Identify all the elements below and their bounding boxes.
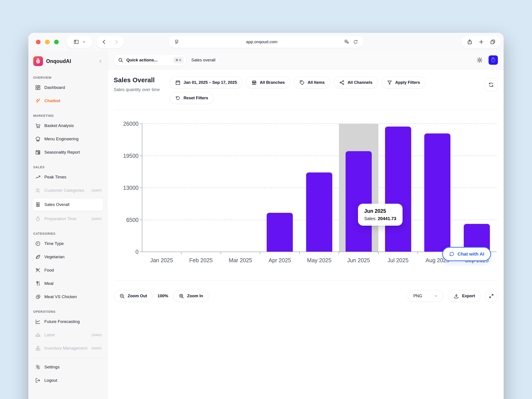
sidebar-item-logout[interactable]: Logout — [32, 374, 104, 387]
hard-hat-icon — [35, 332, 41, 338]
sidebar-item-peak-times[interactable]: Peak Times — [32, 171, 104, 184]
download-icon — [454, 293, 459, 299]
cart-icon — [35, 123, 41, 129]
browser-toolbar-actions — [462, 35, 501, 48]
window-minimize-button[interactable] — [45, 40, 50, 44]
bar-jul-2025[interactable] — [385, 127, 411, 252]
reset-filters-button[interactable]: Reset Filters — [170, 92, 214, 104]
x-tick — [181, 252, 182, 254]
browser-chrome: app.onqoud.com — [28, 33, 504, 51]
export-format-select[interactable]: PNG — [408, 290, 443, 302]
chart-tooltip: Jun 2025 Sales: 20441.73 — [358, 204, 403, 226]
date-range-label: Jan 01, 2025 – Sep 17, 2025 — [184, 80, 237, 85]
zoom-in-icon — [179, 293, 184, 299]
chart-toolbar: Zoom Out 100% Zoom In PNG — [114, 281, 497, 302]
x-tick — [260, 252, 260, 254]
sidebar-item-label: Meal — [44, 281, 101, 286]
logout-icon — [35, 378, 41, 383]
apply-filters-label: Apply Filters — [395, 80, 420, 85]
date-range-button[interactable]: Jan 01, 2025 – Sep 17, 2025 — [170, 76, 242, 89]
sidebar-item-future-forecasting[interactable]: Future Forecasting — [32, 315, 104, 328]
refresh-button[interactable] — [485, 78, 497, 91]
sidebar-item-settings[interactable]: Settings — [32, 361, 104, 374]
bar-aug-2025[interactable] — [424, 133, 450, 252]
export-label: Export — [462, 293, 475, 298]
window-close-button[interactable] — [36, 40, 41, 44]
browser-window: app.onqoud.com — [28, 33, 504, 399]
sidebar-item-menu-engineering[interactable]: Menu Engineering — [32, 133, 104, 146]
soon-badge: (soon) — [90, 332, 101, 338]
section-label-operations: OPERATIONS — [33, 310, 104, 313]
y-label-0: 0 — [116, 249, 139, 255]
avatar[interactable] — [488, 55, 498, 65]
soon-badge: (soon) — [90, 188, 101, 193]
tab-overview-icon[interactable] — [490, 39, 496, 45]
sidebar-item-time-type[interactable]: Time Type — [32, 237, 104, 250]
y-label-26000: 26000 — [116, 120, 139, 127]
gear-icon — [35, 364, 41, 370]
sidebar-item-food[interactable]: Food — [32, 264, 104, 277]
sidebar-item-label: Basket Analysis — [44, 123, 101, 129]
tooltip-label: Sales: — [364, 216, 377, 221]
address-bar-actions — [344, 39, 358, 44]
sidebar: OnqoudAI OVERVIEWDashboardChatbotMARKETI… — [28, 51, 108, 399]
zoom-in-button[interactable]: Zoom In — [173, 290, 209, 302]
sidebar-item-customer-categories: Customer Categories(soon) — [32, 184, 104, 197]
zoom-out-button[interactable]: Zoom Out — [114, 290, 152, 302]
back-icon[interactable] — [101, 39, 107, 45]
breadcrumb: Sales overall — [191, 58, 215, 63]
export-format-value: PNG — [413, 293, 422, 298]
apply-filters-button[interactable]: Apply Filters — [381, 76, 426, 89]
chat-with-ai-button[interactable]: Chat with AI — [442, 247, 491, 261]
sidebar-item-meal[interactable]: Meal — [32, 277, 104, 290]
clock-icon — [35, 241, 41, 247]
theme-toggle-button[interactable] — [477, 57, 483, 63]
desktop-background: app.onqoud.com — [0, 0, 532, 399]
sidebar-item-sales-overall[interactable]: Sales Overall — [32, 198, 104, 211]
sidebar-item-vegetarian[interactable]: Vegetarian — [32, 250, 104, 263]
browser-sidebar-toggle[interactable] — [66, 35, 93, 48]
channels-filter-button[interactable]: All Channels — [334, 76, 378, 89]
page-header: Sales Overall Sales quantity over time J… — [114, 76, 497, 104]
sidebar-item-basket-analysis[interactable]: Basket Analysis — [32, 119, 104, 132]
calendar-icon — [175, 80, 181, 85]
reader-icon[interactable] — [174, 39, 180, 45]
items-label: All Items — [308, 80, 325, 85]
chevron-down-icon[interactable] — [82, 40, 86, 44]
translate-icon[interactable] — [344, 39, 349, 44]
sidebar-item-label: Seasonality Report — [44, 149, 101, 155]
share-icon[interactable] — [467, 39, 473, 45]
x-tick — [221, 252, 221, 254]
sidebar-item-label: Future Forecasting — [44, 319, 101, 324]
sidebar-toggle-icon[interactable] — [73, 39, 79, 45]
sidebar-collapse-icon[interactable] — [98, 59, 103, 63]
y-tick-19500 — [140, 156, 142, 156]
url-text: app.onqoud.com — [180, 39, 344, 44]
reload-icon[interactable] — [353, 39, 358, 44]
sidebar-item-label: Logout — [44, 378, 101, 383]
branches-filter-button[interactable]: All Branches — [246, 76, 290, 89]
share-nodes-icon — [339, 80, 345, 85]
bar-apr-2025[interactable] — [267, 213, 293, 252]
export-group: PNG Export — [408, 290, 497, 302]
sidebar-item-meat-vs-chicken[interactable]: Meat VS Chicken — [32, 290, 104, 303]
reset-filters-label: Reset Filters — [184, 95, 208, 101]
chat-bubble-icon — [449, 251, 455, 257]
y-label-19500: 19500 — [116, 152, 139, 159]
sidebar-item-label: Chatbot — [44, 98, 101, 104]
bar-may-2025[interactable] — [306, 172, 332, 252]
new-tab-icon[interactable] — [478, 39, 484, 45]
sidebar-item-seasonality-report[interactable]: Seasonality Report — [32, 146, 104, 159]
bar-jun-2025[interactable] — [346, 151, 372, 252]
sidebar-item-dashboard[interactable]: Dashboard — [32, 81, 104, 94]
items-filter-button[interactable]: All Items — [294, 76, 330, 89]
fullscreen-button[interactable] — [485, 290, 497, 302]
quick-actions-button[interactable]: Quick actions... ⌘ K — [113, 54, 186, 66]
forward-icon[interactable] — [114, 39, 119, 45]
address-bar[interactable]: app.onqoud.com — [168, 36, 364, 48]
window-zoom-button[interactable] — [54, 40, 59, 44]
sidebar-item-chatbot[interactable]: Chatbot — [32, 95, 104, 107]
channels-label: All Channels — [348, 80, 372, 85]
chef-hat-icon — [35, 136, 41, 142]
export-button[interactable]: Export — [448, 290, 481, 302]
